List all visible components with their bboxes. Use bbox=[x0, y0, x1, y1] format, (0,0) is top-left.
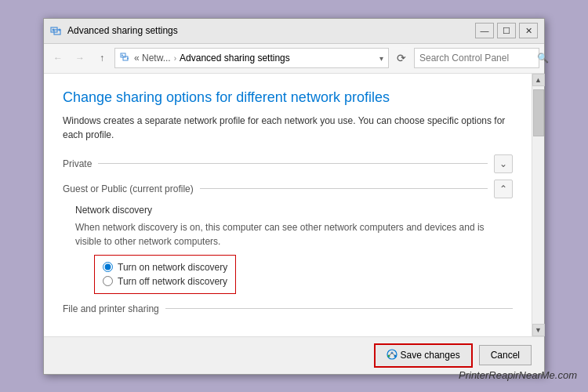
nav-bar: ← → ↑ « Netw... › Advanced sharing setti… bbox=[44, 44, 544, 74]
breadcrumb-arrow: › bbox=[174, 54, 176, 63]
svg-point-7 bbox=[127, 57, 129, 59]
save-changes-label: Save changes bbox=[401, 350, 460, 361]
minimize-button[interactable]: — bbox=[475, 23, 494, 38]
svg-line-13 bbox=[392, 353, 395, 356]
address-bar: « Netw... › Advanced sharing settings ▾ bbox=[114, 48, 389, 68]
radio-item-turn-on: Turn on network discovery bbox=[103, 262, 227, 273]
svg-point-6 bbox=[122, 54, 123, 56]
page-description: Windows creates a separate network profi… bbox=[63, 114, 513, 142]
network-discovery-description: When network discovery is on, this compu… bbox=[75, 220, 513, 249]
guest-section-header: Guest or Public (current profile) ⌃ bbox=[63, 180, 513, 198]
cancel-button[interactable]: Cancel bbox=[479, 345, 532, 365]
file-sharing-divider: File and printer sharing bbox=[63, 303, 513, 314]
breadcrumb-current: Advanced sharing settings bbox=[180, 53, 290, 64]
scrollbar-thumb[interactable] bbox=[533, 89, 544, 136]
private-toggle-button[interactable]: ⌄ bbox=[494, 154, 513, 173]
svg-line-12 bbox=[389, 353, 392, 356]
forward-button[interactable]: → bbox=[71, 49, 89, 67]
turn-on-label: Turn on network discovery bbox=[118, 262, 227, 273]
svg-point-8 bbox=[387, 350, 397, 359]
footer-bar: Save changes Cancel bbox=[44, 336, 544, 374]
network-icon bbox=[120, 52, 131, 65]
radio-item-turn-off: Turn off network discovery bbox=[103, 276, 227, 287]
scrollbar-down-button[interactable]: ▼ bbox=[532, 324, 545, 336]
window-title: Advanced sharing settings bbox=[67, 25, 475, 36]
page-title: Change sharing options for different net… bbox=[63, 89, 513, 106]
private-section-header: Private ⌄ bbox=[63, 154, 513, 173]
turn-off-label: Turn off network discovery bbox=[118, 276, 227, 287]
dropdown-arrow-icon: ▾ bbox=[379, 54, 383, 63]
title-bar: Advanced sharing settings — ☐ ✕ bbox=[44, 19, 544, 44]
content-area: Change sharing options for different net… bbox=[44, 74, 544, 336]
up-button[interactable]: ↑ bbox=[93, 49, 111, 67]
scrollbar-up-button[interactable]: ▲ bbox=[532, 74, 545, 86]
main-content: Change sharing options for different net… bbox=[44, 74, 532, 336]
refresh-button[interactable]: ⟳ bbox=[392, 49, 411, 67]
file-sharing-section: File and printer sharing bbox=[63, 303, 513, 314]
main-window: Advanced sharing settings — ☐ ✕ ← → ↑ « … bbox=[43, 18, 545, 375]
file-sharing-divider-line bbox=[165, 308, 513, 309]
guest-divider-line bbox=[200, 188, 488, 189]
private-divider-line bbox=[98, 163, 488, 164]
network-discovery-title: Network discovery bbox=[75, 205, 513, 216]
breadcrumb-part1: « Netw... bbox=[134, 53, 171, 64]
file-sharing-label: File and printer sharing bbox=[63, 303, 159, 314]
guest-section-label: Guest or Public (current profile) bbox=[63, 183, 194, 194]
search-icon: 🔍 bbox=[537, 53, 549, 64]
close-button[interactable]: ✕ bbox=[519, 23, 538, 38]
guest-toggle-button[interactable]: ⌃ bbox=[494, 180, 513, 198]
save-icon bbox=[387, 349, 397, 362]
turn-on-radio[interactable] bbox=[103, 262, 113, 272]
scrollbar[interactable]: ▲ ▼ bbox=[532, 74, 544, 336]
svg-point-3 bbox=[59, 29, 61, 31]
title-bar-buttons: — ☐ ✕ bbox=[475, 23, 538, 38]
window-icon bbox=[50, 24, 63, 37]
watermark: PrinterReapirNearMe.com bbox=[459, 369, 577, 381]
network-discovery-subsection: Network discovery When network discovery… bbox=[75, 205, 513, 294]
back-button[interactable]: ← bbox=[49, 49, 67, 67]
private-section-label: Private bbox=[63, 158, 92, 169]
turn-off-radio[interactable] bbox=[103, 276, 113, 286]
save-changes-button[interactable]: Save changes bbox=[374, 343, 473, 368]
search-input[interactable] bbox=[419, 53, 537, 64]
svg-point-2 bbox=[53, 29, 55, 31]
network-discovery-radio-group: Turn on network discovery Turn off netwo… bbox=[94, 255, 236, 294]
maximize-button[interactable]: ☐ bbox=[497, 23, 516, 38]
search-box: 🔍 bbox=[414, 48, 539, 68]
